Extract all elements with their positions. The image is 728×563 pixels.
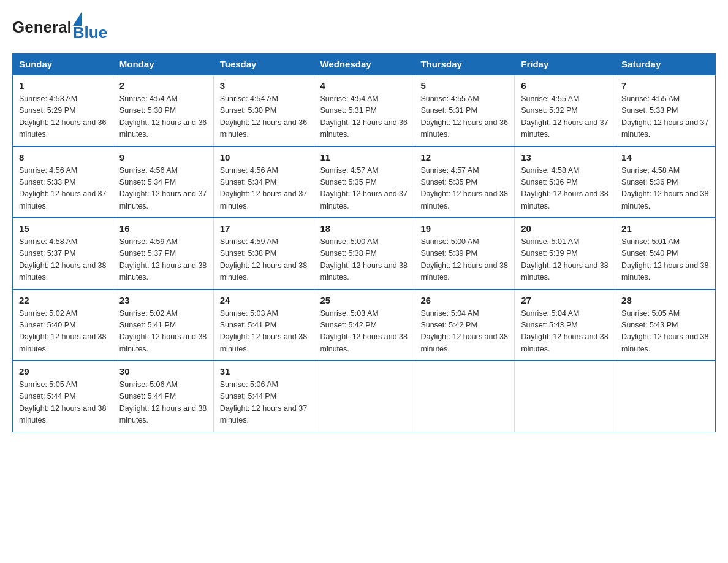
day-cell: 17 Sunrise: 4:59 AMSunset: 5:38 PMDaylig… (213, 218, 314, 289)
header-cell-sunday: Sunday (13, 54, 113, 75)
day-info: Sunrise: 4:54 AMSunset: 5:30 PMDaylight:… (220, 93, 308, 141)
day-cell: 14 Sunrise: 4:58 AMSunset: 5:36 PMDaylig… (615, 147, 716, 218)
day-cell (314, 361, 414, 432)
logo-blue-text: Blue (73, 23, 107, 42)
week-row-1: 1 Sunrise: 4:53 AMSunset: 5:29 PMDayligh… (13, 75, 716, 147)
day-number: 26 (420, 295, 508, 305)
day-info: Sunrise: 5:02 AMSunset: 5:41 PMDaylight:… (119, 308, 207, 356)
day-cell (615, 361, 716, 432)
day-number: 22 (19, 295, 107, 305)
day-info: Sunrise: 4:58 AMSunset: 5:36 PMDaylight:… (521, 165, 609, 213)
day-cell: 25 Sunrise: 5:03 AMSunset: 5:42 PMDaylig… (314, 289, 414, 361)
day-cell: 1 Sunrise: 4:53 AMSunset: 5:29 PMDayligh… (13, 75, 113, 147)
header-cell-friday: Friday (515, 54, 615, 75)
day-number: 28 (621, 295, 709, 305)
day-info: Sunrise: 4:59 AMSunset: 5:37 PMDaylight:… (119, 236, 207, 284)
day-number: 7 (621, 80, 709, 91)
day-cell: 22 Sunrise: 5:02 AMSunset: 5:40 PMDaylig… (13, 289, 113, 361)
day-number: 14 (621, 152, 709, 163)
day-cell: 26 Sunrise: 5:04 AMSunset: 5:42 PMDaylig… (414, 289, 515, 361)
header-cell-saturday: Saturday (615, 54, 716, 75)
calendar-body: 1 Sunrise: 4:53 AMSunset: 5:29 PMDayligh… (13, 75, 716, 432)
day-cell: 19 Sunrise: 5:00 AMSunset: 5:39 PMDaylig… (414, 218, 515, 289)
header-row: SundayMondayTuesdayWednesdayThursdayFrid… (13, 54, 716, 75)
day-info: Sunrise: 4:58 AMSunset: 5:36 PMDaylight:… (621, 165, 709, 213)
day-number: 19 (420, 223, 508, 234)
day-cell: 21 Sunrise: 5:01 AMSunset: 5:40 PMDaylig… (615, 218, 716, 289)
day-cell: 27 Sunrise: 5:04 AMSunset: 5:43 PMDaylig… (515, 289, 615, 361)
day-cell: 31 Sunrise: 5:06 AMSunset: 5:44 PMDaylig… (213, 361, 314, 432)
day-cell: 29 Sunrise: 5:05 AMSunset: 5:44 PMDaylig… (13, 361, 113, 432)
day-info: Sunrise: 5:00 AMSunset: 5:39 PMDaylight:… (420, 236, 508, 284)
day-number: 31 (220, 366, 308, 377)
day-cell: 2 Sunrise: 4:54 AMSunset: 5:30 PMDayligh… (113, 75, 213, 147)
day-cell: 16 Sunrise: 4:59 AMSunset: 5:37 PMDaylig… (113, 218, 213, 289)
day-info: Sunrise: 4:54 AMSunset: 5:31 PMDaylight:… (320, 93, 408, 141)
day-info: Sunrise: 4:59 AMSunset: 5:38 PMDaylight:… (220, 236, 308, 284)
day-number: 15 (19, 223, 107, 234)
day-cell: 20 Sunrise: 5:01 AMSunset: 5:39 PMDaylig… (515, 218, 615, 289)
day-cell: 3 Sunrise: 4:54 AMSunset: 5:30 PMDayligh… (213, 75, 314, 147)
day-info: Sunrise: 5:05 AMSunset: 5:43 PMDaylight:… (621, 308, 709, 356)
day-number: 18 (320, 223, 408, 234)
day-info: Sunrise: 4:57 AMSunset: 5:35 PMDaylight:… (420, 165, 508, 213)
day-number: 4 (320, 80, 408, 91)
day-info: Sunrise: 5:06 AMSunset: 5:44 PMDaylight:… (220, 379, 308, 427)
day-cell: 5 Sunrise: 4:55 AMSunset: 5:31 PMDayligh… (414, 75, 515, 147)
day-info: Sunrise: 5:01 AMSunset: 5:40 PMDaylight:… (621, 236, 709, 284)
day-cell: 10 Sunrise: 4:56 AMSunset: 5:34 PMDaylig… (213, 147, 314, 218)
day-number: 29 (19, 366, 107, 377)
day-number: 16 (119, 223, 207, 234)
day-number: 6 (521, 80, 609, 91)
day-cell: 8 Sunrise: 4:56 AMSunset: 5:33 PMDayligh… (13, 147, 113, 218)
calendar-table: SundayMondayTuesdayWednesdayThursdayFrid… (12, 53, 716, 432)
page-header: General Blue (12, 12, 716, 42)
day-cell: 11 Sunrise: 4:57 AMSunset: 5:35 PMDaylig… (314, 147, 414, 218)
day-info: Sunrise: 5:00 AMSunset: 5:38 PMDaylight:… (320, 236, 408, 284)
calendar-header: SundayMondayTuesdayWednesdayThursdayFrid… (13, 54, 716, 75)
day-number: 9 (119, 152, 207, 163)
day-number: 8 (19, 152, 107, 163)
day-cell: 30 Sunrise: 5:06 AMSunset: 5:44 PMDaylig… (113, 361, 213, 432)
day-number: 3 (220, 80, 308, 91)
day-number: 21 (621, 223, 709, 234)
day-number: 23 (119, 295, 207, 305)
day-cell: 28 Sunrise: 5:05 AMSunset: 5:43 PMDaylig… (615, 289, 716, 361)
week-row-3: 15 Sunrise: 4:58 AMSunset: 5:37 PMDaylig… (13, 218, 716, 289)
day-number: 11 (320, 152, 408, 163)
week-row-2: 8 Sunrise: 4:56 AMSunset: 5:33 PMDayligh… (13, 147, 716, 218)
day-info: Sunrise: 5:03 AMSunset: 5:41 PMDaylight:… (220, 308, 308, 356)
day-info: Sunrise: 4:53 AMSunset: 5:29 PMDaylight:… (19, 93, 107, 141)
logo-general-text: General (12, 18, 72, 37)
day-number: 25 (320, 295, 408, 305)
day-cell: 9 Sunrise: 4:56 AMSunset: 5:34 PMDayligh… (113, 147, 213, 218)
logo: General Blue (12, 12, 107, 42)
day-number: 10 (220, 152, 308, 163)
day-cell: 6 Sunrise: 4:55 AMSunset: 5:32 PMDayligh… (515, 75, 615, 147)
day-number: 5 (420, 80, 508, 91)
header-cell-thursday: Thursday (414, 54, 515, 75)
day-cell: 13 Sunrise: 4:58 AMSunset: 5:36 PMDaylig… (515, 147, 615, 218)
day-number: 12 (420, 152, 508, 163)
day-number: 1 (19, 80, 107, 91)
day-number: 30 (119, 366, 207, 377)
day-cell: 12 Sunrise: 4:57 AMSunset: 5:35 PMDaylig… (414, 147, 515, 218)
day-info: Sunrise: 4:56 AMSunset: 5:34 PMDaylight:… (119, 165, 207, 213)
day-number: 27 (521, 295, 609, 305)
day-cell: 23 Sunrise: 5:02 AMSunset: 5:41 PMDaylig… (113, 289, 213, 361)
week-row-4: 22 Sunrise: 5:02 AMSunset: 5:40 PMDaylig… (13, 289, 716, 361)
day-cell: 24 Sunrise: 5:03 AMSunset: 5:41 PMDaylig… (213, 289, 314, 361)
day-info: Sunrise: 4:56 AMSunset: 5:34 PMDaylight:… (220, 165, 308, 213)
day-info: Sunrise: 5:06 AMSunset: 5:44 PMDaylight:… (119, 379, 207, 427)
day-info: Sunrise: 5:03 AMSunset: 5:42 PMDaylight:… (320, 308, 408, 356)
day-info: Sunrise: 4:57 AMSunset: 5:35 PMDaylight:… (320, 165, 408, 213)
day-cell (414, 361, 515, 432)
day-number: 20 (521, 223, 609, 234)
day-info: Sunrise: 5:01 AMSunset: 5:39 PMDaylight:… (521, 236, 609, 284)
day-info: Sunrise: 5:02 AMSunset: 5:40 PMDaylight:… (19, 308, 107, 356)
day-info: Sunrise: 5:05 AMSunset: 5:44 PMDaylight:… (19, 379, 107, 427)
day-number: 2 (119, 80, 207, 91)
day-cell: 15 Sunrise: 4:58 AMSunset: 5:37 PMDaylig… (13, 218, 113, 289)
day-number: 17 (220, 223, 308, 234)
day-cell (515, 361, 615, 432)
